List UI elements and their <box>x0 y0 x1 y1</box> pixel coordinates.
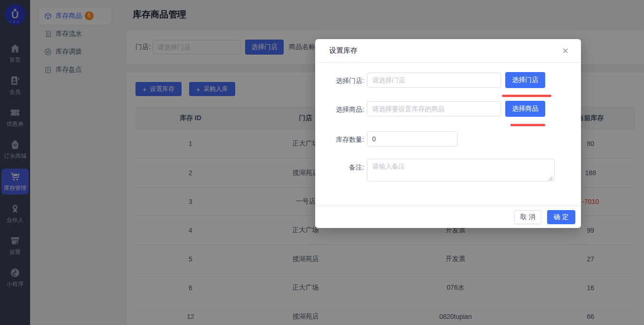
select-store-field-label: 选择门店: <box>315 73 364 88</box>
modal-select-store-button[interactable]: 选择门店 <box>505 72 545 88</box>
remark-field-label: 备注: <box>315 160 364 175</box>
modal-footer: 取 消 确 定 <box>315 206 581 228</box>
modal-select-product-button[interactable]: 选择商品 <box>505 101 545 117</box>
cancel-button[interactable]: 取 消 <box>514 210 541 224</box>
annotation-underline-select-product <box>510 124 545 126</box>
modal-store-input[interactable] <box>367 73 501 88</box>
quantity-field-label: 库存数量: <box>315 132 364 147</box>
select-product-field-label: 选择商品: <box>315 102 364 117</box>
annotation-underline-select-store <box>502 95 551 97</box>
quantity-input[interactable] <box>367 131 458 146</box>
set-stock-modal: 设置库存 ✕ 选择门店: 选择门店 选择商品: 选择商品 库存数量: 备注: 取… <box>315 39 581 228</box>
modal-product-input[interactable] <box>367 101 501 116</box>
close-icon[interactable]: ✕ <box>560 45 571 57</box>
remark-textarea[interactable] <box>367 159 555 181</box>
modal-title: 设置库存 <box>329 46 358 55</box>
modal-header: 设置库存 <box>315 39 581 63</box>
resize-handle-icon[interactable] <box>548 175 553 179</box>
confirm-button[interactable]: 确 定 <box>547 210 575 224</box>
